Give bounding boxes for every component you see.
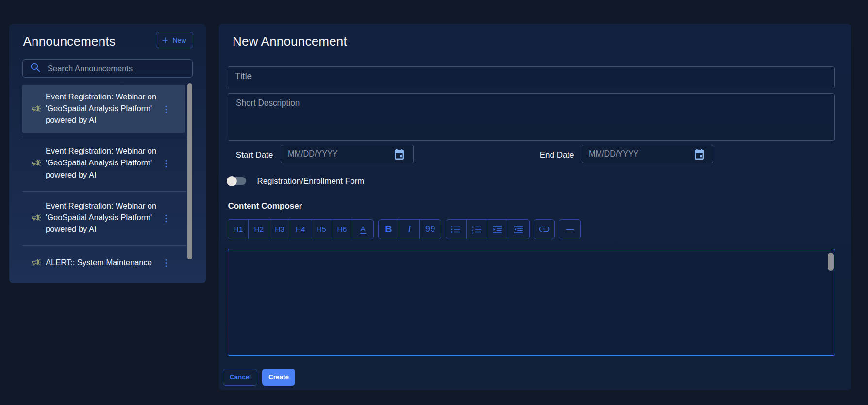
svg-text:3: 3	[472, 231, 474, 234]
